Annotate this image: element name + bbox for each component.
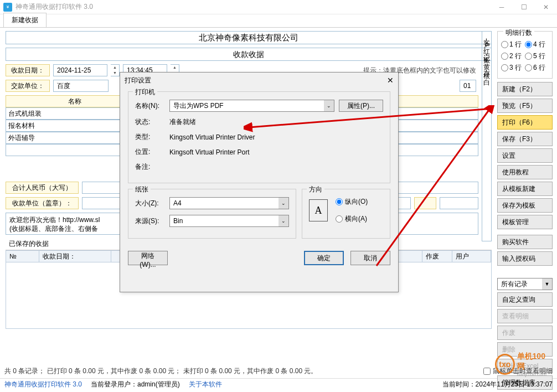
doc-title-field[interactable]: 收款收据 [6,48,492,61]
comment-label: 备注: [135,162,165,172]
status-about[interactable]: 关于本软件 [189,380,222,389]
printer-caption: 打印机 [133,87,157,97]
orient-group: 方向 A 纵向(O) 横向(A) [302,189,390,239]
summary-bar: 共 0 条记录； 已打印 0 条 0.00 元，其中作废 0 条 0.00 元；… [0,364,557,378]
rows-6[interactable]: 6 行 [525,63,549,73]
status-user: 当前登录用户：admin(管理员) [91,380,180,389]
dialog-title: 打印设置 [125,76,151,85]
source-label: 来源(S): [135,216,165,226]
btn-print[interactable]: 打印（F6） [497,115,553,130]
btn-settings[interactable]: 设置 [497,148,553,163]
maximize-button[interactable]: ☐ [513,0,535,14]
rows-group: 明细行数 1 行 4 行 2 行 5 行 3 行 6 行 [497,31,553,79]
where-value: Kingsoft Virtual Printer Port [169,148,250,156]
filter-select[interactable]: 所有记录▼ [497,278,553,290]
copy-label-bar: 客户-红-记账-黄-存根-白 [482,31,492,241]
printer-select[interactable]: 导出为WPS PDF⌄ [169,100,334,112]
tab-strip: 新建收据 [0,14,557,28]
rows-2[interactable]: 2 行 [501,51,525,61]
paper-group: 纸张 大小(Z):A4⌄ 来源(S):Bin⌄ [128,189,296,239]
rows-5[interactable]: 5 行 [525,51,549,61]
statusbar: 神奇通用收据打印软件 3.0 当前登录用户：admin(管理员) 关于本软件 当… [0,378,557,390]
th-user[interactable]: 用户 [452,251,491,262]
close-button[interactable]: ✕ [535,0,557,14]
th-void[interactable]: 作废 [422,251,452,262]
name-label: 名称(N): [135,101,165,111]
payee-label: 收款单位（盖章）： [6,197,79,209]
total-cn-label: 合计人民币（大写） [6,182,79,194]
network-button[interactable]: 网络(W)... [128,251,168,265]
watermark-en: danji100.com [517,372,550,377]
th-date[interactable]: 收款日期： [39,251,111,262]
rows-title: 明细行数 [503,28,534,38]
no-suffix-field[interactable]: 01 [460,80,476,92]
cancel-button[interactable]: 取消 [350,251,390,265]
btn-buy[interactable]: 购买软件 [497,235,553,249]
date-spinner[interactable]: ▲▼ [111,64,120,76]
app-icon: ¥ [3,3,12,12]
th-no[interactable]: № [6,251,39,262]
landscape-radio[interactable]: 横向(A) [336,214,368,224]
company-field[interactable]: 北京神奇像素科技有限公司 [6,31,492,44]
orient-caption: 方向 [307,185,324,194]
watermark: txo 单机100网 danji100.com [495,352,550,376]
dialog-titlebar[interactable]: 打印设置 ✕ [120,73,398,88]
type-value: Kingsoft Virtual Printer Driver [169,133,255,141]
btn-from-template[interactable]: 从模板新建 [497,182,553,196]
rows-4[interactable]: 4 行 [525,40,549,49]
btn-license[interactable]: 输入授权码 [497,251,553,266]
window-title: 神奇通用收据打印软件 3.0 [16,2,93,12]
status-app[interactable]: 神奇通用收据打印软件 3.0 [4,380,82,389]
dialog-close-icon[interactable]: ✕ [387,76,394,85]
summary-text: 共 0 条记录； 已打印 0 条 0.00 元，其中作废 0 条 0.00 元；… [4,367,317,376]
btn-void[interactable]: 作废 [497,326,553,340]
watermark-icon: txo [495,354,515,375]
extra-field[interactable] [440,197,478,209]
source-select[interactable]: Bin⌄ [169,215,289,227]
rows-3[interactable]: 3 行 [501,63,525,73]
titlebar: ¥ 神奇通用收据打印软件 3.0 ─ ☐ ✕ [0,0,557,14]
watermark-cn: 单机100网 [517,352,550,372]
size-label: 大小(Z): [135,199,165,208]
paper-caption: 纸张 [133,185,151,194]
rows-1[interactable]: 1 行 [501,40,525,49]
page-orientation-icon: A [309,199,328,221]
btn-view-detail[interactable]: 查看明细 [497,309,553,323]
status-time: 当前时间：2024年11月25日 13:37:07 [442,380,553,389]
type-label: 类型: [135,132,165,142]
btn-save-template[interactable]: 保存为模板 [497,198,553,213]
ok-button[interactable]: 确定 [304,251,344,265]
payer-label: 交款单位： [6,80,50,92]
printer-group: 打印机 名称(N): 导出为WPS PDF⌄ 属性(P)... 状态:准备就绪 … [128,91,390,183]
btn-save[interactable]: 保存（F3） [497,132,553,146]
btn-template-mgr[interactable]: 模板管理 [497,215,553,229]
sidebar: 明细行数 1 行 4 行 2 行 5 行 3 行 6 行 新建（F2） 预览（F… [497,28,557,364]
where-label: 位置: [135,147,165,157]
extra-yellow[interactable] [414,197,436,209]
portrait-radio[interactable]: 纵向(O) [336,197,368,207]
size-select[interactable]: A4⌄ [169,197,289,209]
print-dialog: 打印设置 ✕ 打印机 名称(N): 导出为WPS PDF⌄ 属性(P)... 状… [120,72,399,292]
btn-tutorial[interactable]: 使用教程 [497,165,553,179]
btn-custom-query[interactable]: 自定义查询 [497,292,553,307]
date-label: 收款日期： [6,64,50,76]
btn-new[interactable]: 新建（F2） [497,82,553,96]
date-field[interactable]: 2024-11-25 [53,64,107,76]
minimize-button[interactable]: ─ [491,0,513,14]
properties-button[interactable]: 属性(P)... [339,100,383,112]
window-controls: ─ ☐ ✕ [491,0,557,14]
status-value: 准备就绪 [169,117,196,127]
tab-new-receipt[interactable]: 新建收据 [3,13,47,27]
payer-field[interactable]: 百度 [53,80,109,92]
btn-preview[interactable]: 预览（F5） [497,99,553,113]
status-label: 状态: [135,117,165,127]
